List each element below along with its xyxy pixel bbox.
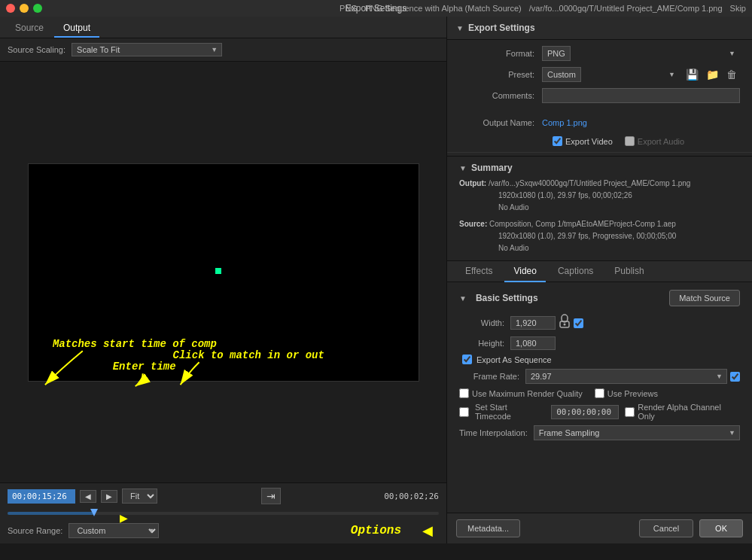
preview-area: Matches start time of comp Enter time Cl…: [0, 62, 446, 482]
export-audio-checkbox[interactable]: [625, 136, 635, 146]
scrubber-handle[interactable]: [90, 509, 98, 516]
source-summary-label: Source:: [459, 220, 487, 228]
height-input[interactable]: [510, 336, 556, 350]
frame-rate-row: Frame Rate: 29.97 ▼: [459, 369, 740, 384]
basic-settings-header: ▼ Basic Settings Match Source: [459, 290, 740, 306]
preset-select[interactable]: Custom: [542, 67, 581, 82]
output-name-link[interactable]: Comp 1.png: [542, 118, 587, 127]
time-interp-select[interactable]: Frame Sampling Frame Blending Optical Fl…: [534, 425, 740, 440]
output-summary-path: /var/fo...ySxqw40000gq/T/Untitled Projec…: [489, 179, 690, 187]
close-btn[interactable]: [6, 4, 15, 13]
basic-settings-label: Basic Settings: [476, 293, 538, 303]
next-frame-btn[interactable]: ▶: [101, 490, 117, 503]
scrubber-fill: [8, 512, 94, 515]
export-sequence-checkbox[interactable]: [462, 355, 472, 364]
use-previews-checkbox[interactable]: [595, 388, 604, 398]
output-name-row: Output Name: Comp 1.png: [447, 115, 752, 130]
preset-arrow-icon: ▼: [668, 71, 675, 78]
title-bar: Export Settings PNG PNG Sequence with Al…: [0, 0, 752, 17]
max-quality-label: Use Maximum Render Quality: [472, 389, 583, 398]
dimensions-checkbox[interactable]: [574, 318, 583, 328]
preset-label: Preset:: [459, 70, 534, 79]
set-start-tc-checkbox[interactable]: [459, 407, 469, 417]
source-scaling-row: Source Scaling: Scale To Fit Scale To Fi…: [0, 38, 446, 62]
frame-rate-select[interactable]: 29.97: [525, 369, 727, 384]
cancel-btn[interactable]: Cancel: [639, 519, 693, 537]
prev-frame-btn[interactable]: ◀: [80, 490, 96, 503]
skip-label[interactable]: Skip: [730, 4, 746, 13]
tab-publish[interactable]: Publish: [605, 261, 653, 282]
height-row: Height:: [459, 336, 740, 350]
source-summary-audio: No Audio: [498, 244, 529, 252]
metadata-btn[interactable]: Metadata...: [456, 519, 520, 537]
frame-rate-checkbox[interactable]: [730, 372, 740, 382]
output-summary-label: Output:: [459, 179, 486, 187]
svg-point-6: [564, 324, 566, 326]
tab-video[interactable]: Video: [504, 261, 545, 282]
right-scroll-area: ▼ Export Settings Format: PNG ▼ Prese: [447, 17, 752, 513]
scrubber-container[interactable]: ▶: [8, 507, 439, 519]
export-settings-grid: Format: PNG ▼ Preset: Custom: [447, 40, 752, 115]
export-settings-chevron-icon: ▼: [456, 24, 464, 32]
minimize-btn[interactable]: [20, 4, 29, 13]
tab-captions[interactable]: Captions: [549, 261, 602, 282]
export-video-checkbox[interactable]: [553, 136, 562, 146]
comments-input[interactable]: [542, 88, 740, 103]
time-interp-row: Time Interpolation: Frame Sampling Frame…: [459, 425, 740, 440]
tab-output[interactable]: Output: [54, 20, 99, 38]
preset-row: Preset: Custom ▼ 💾 📁 🗑: [459, 67, 740, 82]
width-input[interactable]: [510, 316, 556, 330]
save-preset-btn[interactable]: 💾: [683, 67, 702, 82]
right-panel-footer: Metadata... Cancel OK: [447, 513, 752, 543]
delete-preset-btn[interactable]: 🗑: [723, 67, 740, 82]
basic-settings-title[interactable]: ▼ Basic Settings: [459, 293, 538, 303]
preview-dot: [215, 268, 221, 274]
maximize-btn[interactable]: [33, 4, 42, 13]
source-summary-specs: 1920x1080 (1.0), 29.97 fps, Progressive,…: [498, 232, 676, 240]
export-audio-checkbox-item: Export Audio: [625, 136, 684, 146]
tab-source[interactable]: Source: [6, 20, 53, 38]
import-preset-btn[interactable]: 📁: [703, 67, 722, 82]
summary-chevron-icon: ▼: [459, 164, 467, 172]
left-panel: Source Output Source Scaling: Scale To F…: [0, 17, 447, 543]
comments-row: Comments:: [459, 88, 740, 103]
comments-label: Comments:: [459, 91, 534, 100]
format-label: Format:: [459, 49, 534, 58]
render-alpha-item: Render Alpha Channel Only: [625, 403, 740, 421]
match-source-btn[interactable]: Match Source: [669, 290, 740, 306]
timecode-start-input[interactable]: [8, 489, 75, 504]
frame-rate-label: Frame Rate:: [459, 372, 519, 381]
file-path: /var/fo...0000gq/T/Untitled Project_AME/…: [529, 4, 723, 13]
source-range-select-wrapper: Custom Entire Sequence Work Area In to O…: [69, 523, 159, 538]
tab-effects[interactable]: Effects: [456, 261, 501, 282]
summary-header[interactable]: ▼ Summary: [459, 163, 740, 173]
fit-select[interactable]: Fit: [122, 488, 157, 504]
link-dimensions-btn[interactable]: [556, 314, 574, 332]
export-settings-section-header[interactable]: ▼ Export Settings: [447, 17, 752, 40]
summary-content: Output: /var/fo...ySxqw40000gq/T/Untitle…: [459, 178, 740, 254]
ok-btn[interactable]: OK: [699, 519, 743, 537]
export-video-label: Export Video: [565, 137, 613, 146]
summary-section: ▼ Summary Output: /var/fo...ySxqw40000gq…: [447, 156, 752, 260]
preset-actions: 💾 📁 🗑: [683, 67, 740, 82]
output-summary-specs: 1920x1080 (1.0), 29.97 fps, 00;00;02;26: [498, 191, 632, 199]
window-controls[interactable]: [6, 4, 42, 13]
timeline-section: ◀ ▶ Fit ⇥ 00;00;02;26 ▶ Source Rang: [0, 482, 446, 543]
set-in-out-btn[interactable]: ⇥: [261, 488, 281, 504]
format-select-wrapper: PNG ▼: [542, 46, 740, 61]
export-settings-title: Export Settings: [468, 23, 535, 33]
format-row: Format: PNG ▼: [459, 46, 740, 61]
source-summary-comp: Composition, Comp 1/tmpAEtoAMEProject-Co…: [489, 220, 676, 228]
output-summary-audio: No Audio: [498, 203, 529, 212]
format-select[interactable]: PNG: [542, 46, 571, 61]
source-range-select[interactable]: Custom Entire Sequence Work Area In to O…: [69, 523, 159, 538]
timecode-end: 00;00;02;26: [384, 492, 439, 501]
max-quality-checkbox[interactable]: [459, 388, 469, 398]
render-alpha-label: Render Alpha Channel Only: [638, 403, 740, 421]
start-tc-input[interactable]: [551, 405, 619, 419]
footer-right: Cancel OK: [639, 519, 743, 537]
start-timecode-row: Set Start Timecode Render Alpha Channel …: [459, 403, 740, 421]
render-alpha-checkbox[interactable]: [625, 407, 635, 417]
source-scaling-select[interactable]: Scale To Fit Scale To Fill Stretch To Fi…: [72, 43, 222, 56]
set-start-tc-label: Set Start Timecode: [475, 403, 545, 421]
